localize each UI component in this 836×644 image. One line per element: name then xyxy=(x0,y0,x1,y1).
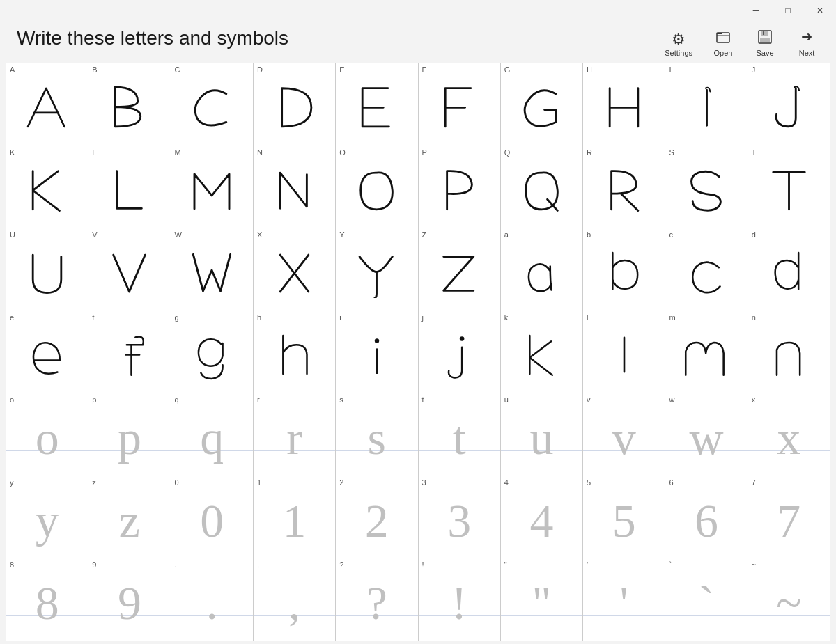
cell-label: " xyxy=(504,560,507,569)
letter-cell-f[interactable]: f xyxy=(88,311,171,394)
cell-label: ` xyxy=(669,560,672,569)
letter-cell-V[interactable]: V xyxy=(88,228,171,311)
letter-cell-q[interactable]: qq xyxy=(171,393,254,476)
letter-cell-s[interactable]: ss xyxy=(336,393,418,476)
open-button[interactable]: Open xyxy=(705,26,741,60)
letter-cell-n[interactable]: n xyxy=(748,311,830,394)
letter-cell-D[interactable]: D xyxy=(254,63,336,146)
letter-cell-E[interactable]: E xyxy=(336,63,418,146)
cell-guide-lines xyxy=(583,146,665,228)
cell-character: t xyxy=(419,393,500,476)
letter-cell-c[interactable]: c xyxy=(665,228,748,311)
letter-cell-2[interactable]: 22 xyxy=(336,476,418,559)
letter-cell-h[interactable]: h xyxy=(254,311,336,394)
cell-guide-lines xyxy=(171,476,253,558)
letter-cell-I[interactable]: I xyxy=(665,63,748,146)
letter-cell-9[interactable]: 99 xyxy=(88,558,171,641)
minimize-button[interactable]: ─ xyxy=(740,0,772,21)
letter-cell-p[interactable]: pp xyxy=(88,393,171,476)
letter-cell-Y[interactable]: Y xyxy=(336,228,418,311)
cell-guide-lines xyxy=(419,393,500,476)
letter-cell-3[interactable]: 33 xyxy=(419,476,501,559)
letter-cell-S[interactable]: S xyxy=(665,146,748,229)
letter-cell-G[interactable]: G xyxy=(501,63,583,146)
letter-cell-0[interactable]: 00 xyxy=(171,476,254,559)
letter-cell-F[interactable]: F xyxy=(419,63,501,146)
letter-cell-t[interactable]: tt xyxy=(419,393,501,476)
letter-cell-w[interactable]: ww xyxy=(665,393,748,476)
letter-cell-?[interactable]: ?? xyxy=(336,558,418,641)
letter-cell-e[interactable]: e xyxy=(6,311,88,394)
letter-cell-,[interactable]: ,, xyxy=(254,558,336,641)
letter-cell-v[interactable]: vv xyxy=(583,393,665,476)
letter-cell-i[interactable]: i xyxy=(336,311,418,394)
letter-cell-y[interactable]: yy xyxy=(6,476,88,559)
save-button[interactable]: Save xyxy=(747,26,783,60)
letter-cell-7[interactable]: 77 xyxy=(748,476,830,559)
cell-label: O xyxy=(339,148,346,157)
letter-cell-`[interactable]: `` xyxy=(665,558,748,641)
letter-cell-T[interactable]: T xyxy=(748,146,830,229)
letter-cell-M[interactable]: M xyxy=(171,146,254,229)
letter-cell-P[interactable]: P xyxy=(419,146,501,229)
letter-cell-1[interactable]: 11 xyxy=(254,476,336,559)
cell-character xyxy=(748,311,830,393)
letter-cell-u[interactable]: uu xyxy=(501,393,583,476)
settings-label: Settings xyxy=(665,49,692,57)
letter-cell-x[interactable]: xx xyxy=(748,393,830,476)
cell-character: ~ xyxy=(748,558,830,641)
letter-cell-X[interactable]: X xyxy=(254,228,336,311)
letter-cell-m[interactable]: m xyxy=(665,311,748,394)
letter-cell-a[interactable]: a xyxy=(501,228,583,311)
letter-cell-~[interactable]: ~~ xyxy=(748,558,830,641)
cell-guide-lines xyxy=(501,63,582,146)
letter-cell-o[interactable]: oo xyxy=(6,393,88,476)
letter-cell-.[interactable]: .. xyxy=(171,558,254,641)
letter-cell-C[interactable]: C xyxy=(171,63,254,146)
close-button[interactable]: ✕ xyxy=(804,0,836,21)
letter-cell-O[interactable]: O xyxy=(336,146,418,229)
letter-cell-z[interactable]: zz xyxy=(88,476,171,559)
letter-cell-j[interactable]: j xyxy=(419,311,501,394)
letter-cell-b[interactable]: b xyxy=(583,228,665,311)
letter-cell-![interactable]: !! xyxy=(419,558,501,641)
cell-label: v xyxy=(587,395,591,404)
letter-cell-'[interactable]: '' xyxy=(583,558,665,641)
cell-guide-lines xyxy=(419,228,500,311)
settings-button[interactable]: ⚙ Settings xyxy=(658,29,699,60)
letter-cell-Z[interactable]: Z xyxy=(419,228,501,311)
letter-cell-U[interactable]: U xyxy=(6,228,88,311)
letter-cell-W[interactable]: W xyxy=(171,228,254,311)
maximize-button[interactable]: □ xyxy=(772,0,804,21)
letter-cell-d[interactable]: d xyxy=(748,228,830,311)
letter-cell-6[interactable]: 66 xyxy=(665,476,748,559)
letter-cell-l[interactable]: l xyxy=(583,311,665,394)
letter-cell-g[interactable]: g xyxy=(171,311,254,394)
letter-cell-5[interactable]: 55 xyxy=(583,476,665,559)
letter-cell-A[interactable]: A xyxy=(6,63,88,146)
letter-cell-R[interactable]: R xyxy=(583,146,665,229)
letter-cell-H[interactable]: H xyxy=(583,63,665,146)
letter-cell-K[interactable]: K xyxy=(6,146,88,229)
cell-character: x xyxy=(748,393,830,476)
cell-label: m xyxy=(669,313,675,322)
cell-guide-lines xyxy=(501,146,582,228)
cell-character: 4 xyxy=(501,476,582,558)
letter-cell-N[interactable]: N xyxy=(254,146,336,229)
next-button[interactable]: Next xyxy=(789,26,825,60)
letter-cell-Q[interactable]: Q xyxy=(501,146,583,229)
cell-character: , xyxy=(254,558,335,641)
cell-character xyxy=(336,228,417,311)
letter-cell-L[interactable]: L xyxy=(88,146,171,229)
letter-cell-r[interactable]: rr xyxy=(254,393,336,476)
cell-label: 6 xyxy=(669,478,673,487)
letter-cell-B[interactable]: B xyxy=(88,63,171,146)
letter-cell-4[interactable]: 44 xyxy=(501,476,583,559)
cell-character xyxy=(336,311,417,393)
cell-character: s xyxy=(336,393,417,476)
letter-cell-k[interactable]: k xyxy=(501,311,583,394)
letter-cell-8[interactable]: 88 xyxy=(6,558,88,641)
window-controls: ─ □ ✕ xyxy=(740,0,836,21)
letter-cell-"[interactable]: "" xyxy=(501,558,583,641)
letter-cell-J[interactable]: J xyxy=(748,63,830,146)
